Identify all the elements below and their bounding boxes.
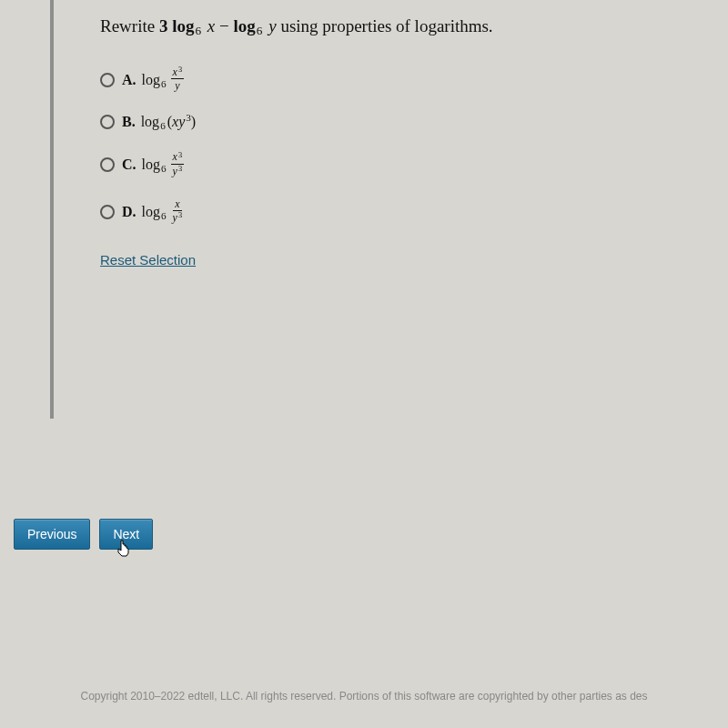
option-b-label: B. log6(xy3) bbox=[122, 114, 196, 130]
option-d[interactable]: D. log6 x y3 bbox=[100, 199, 692, 224]
question-suffix: using properties of logarithms. bbox=[280, 16, 492, 35]
question-text: Rewrite 3 log6 x − log6 y using properti… bbox=[100, 16, 692, 36]
option-c-label: C. log6 x3 y3 bbox=[122, 152, 184, 177]
question-expression: 3 log6 x − log6 y bbox=[159, 16, 277, 36]
nav-buttons: Previous Next bbox=[14, 519, 153, 550]
radio-icon[interactable] bbox=[100, 157, 115, 172]
footer-copyright: Copyright 2010–2022 edtell, LLC. All rig… bbox=[0, 690, 728, 703]
vertical-divider bbox=[50, 0, 54, 419]
option-c[interactable]: C. log6 x3 y3 bbox=[100, 152, 692, 177]
content-wrap: Rewrite 3 log6 x − log6 y using properti… bbox=[0, 0, 728, 268]
reset-selection-link[interactable]: Reset Selection bbox=[100, 252, 196, 268]
option-a-math: log6 x3 y bbox=[142, 67, 185, 92]
radio-icon[interactable] bbox=[100, 115, 115, 129]
option-a-label: A. log6 x3 y bbox=[122, 67, 184, 92]
option-b[interactable]: B. log6(xy3) bbox=[100, 114, 692, 130]
option-c-math: log6 x3 y3 bbox=[142, 152, 185, 177]
question-area: Rewrite 3 log6 x − log6 y using properti… bbox=[64, 0, 728, 268]
option-d-label: D. log6 x y3 bbox=[122, 199, 184, 224]
radio-icon[interactable] bbox=[100, 73, 115, 87]
options-list: A. log6 x3 y B. log6(xy3) bbox=[100, 67, 692, 225]
option-b-math: log6(xy3) bbox=[141, 114, 197, 130]
radio-icon[interactable] bbox=[100, 205, 115, 219]
next-button[interactable]: Next bbox=[99, 519, 153, 550]
option-d-math: log6 x y3 bbox=[142, 199, 185, 224]
option-a[interactable]: A. log6 x3 y bbox=[100, 67, 692, 92]
question-prefix: Rewrite bbox=[100, 16, 159, 35]
previous-button[interactable]: Previous bbox=[14, 519, 90, 550]
